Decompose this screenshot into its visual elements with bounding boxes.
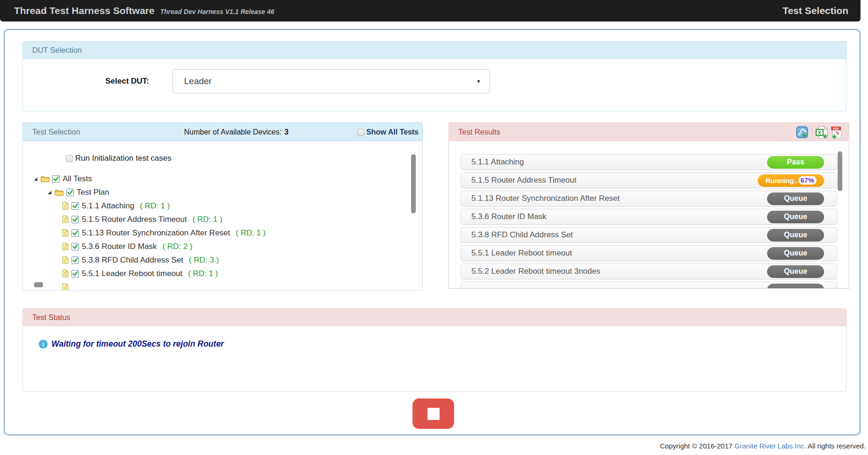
status-badge-queue: Queue	[767, 192, 824, 205]
document-icon	[62, 283, 69, 291]
result-row[interactable]: 5.1.1 Attaching Pass	[461, 154, 837, 170]
tree-item-rd: ( RD: 1 )	[140, 201, 170, 211]
status-badge-pass: Pass	[767, 156, 824, 169]
tree-item-rd: ( RD: 1 )	[236, 228, 266, 238]
tree-checkbox[interactable]	[71, 270, 79, 277]
tree-checkbox[interactable]	[52, 175, 60, 183]
stop-button[interactable]	[413, 398, 454, 429]
tree-item-label: 5.5.1 Leader Reboot timeout	[82, 269, 182, 278]
dut-selection-body: Select DUT: Leader ▼	[22, 59, 847, 111]
result-row[interactable]: 5.1.13 Router Synchronization After Rese…	[461, 191, 837, 206]
result-row[interactable]: 5.5.1 Leader Reboot timeout Queue	[461, 245, 837, 261]
document-icon	[62, 202, 69, 210]
test-tree: All Tests Test Plan 5.1.1 Attaching ( RD…	[23, 172, 422, 291]
document-icon	[62, 270, 69, 277]
progress-percent: 67%	[798, 176, 817, 185]
status-badge-queue	[767, 284, 824, 289]
status-badge-queue: Queue	[767, 265, 824, 278]
tree-checkbox[interactable]	[71, 202, 79, 210]
tree-item-rd: ( RD: 3 )	[189, 256, 219, 265]
tree-item[interactable]: 5.1.13 Router Synchronization After Rese…	[23, 226, 422, 240]
status-message: Waiting for timeout 200Secs to rejoin Ro…	[51, 339, 224, 349]
show-all-tests-label: Show All Tests	[366, 128, 419, 136]
tree-node-test-plan[interactable]: Test Plan	[23, 185, 422, 199]
tree-item[interactable]: 5.1.5 Router Address Timeout ( RD: 1 )	[23, 213, 422, 226]
vertical-scrollbar[interactable]	[838, 151, 842, 191]
tree-node-label: Test Plan	[77, 188, 109, 197]
info-icon: i	[39, 340, 48, 348]
tree-checkbox[interactable]	[71, 229, 79, 237]
granite-river-labs-link[interactable]: Granite River Labs Inc.	[734, 442, 806, 450]
dut-select[interactable]: Leader ▼	[172, 69, 490, 93]
status-badge-queue: Queue	[767, 229, 824, 242]
status-badge-running: Running.. 67%	[758, 174, 824, 187]
run-initialization-option[interactable]: Run Initialization test cases	[66, 152, 422, 164]
expand-caret-icon[interactable]	[47, 190, 52, 195]
test-selection-title: Test Selection	[32, 128, 80, 136]
tree-checkbox[interactable]	[71, 216, 79, 223]
test-status-title: Test Status	[32, 313, 71, 322]
result-row[interactable]: 5.3.8 RFD Child Address Set Queue	[461, 227, 837, 243]
horizontal-scrollbar[interactable]	[34, 282, 43, 287]
show-all-tests-toggle[interactable]: Show All Tests	[357, 123, 419, 142]
tree-item[interactable]: 5.5.1 Leader Reboot timeout ( RD: 1 )	[23, 267, 422, 280]
document-icon	[62, 229, 69, 237]
test-selection-panel: Test Selection Number of Available Devic…	[22, 122, 423, 291]
run-initialization-label: Run Initialization test cases	[75, 154, 171, 163]
folder-icon	[41, 175, 50, 182]
result-row[interactable]: 5.1.5 Router Address Timeout Running.. 6…	[461, 172, 837, 188]
test-results-panel: Test Results X	[448, 122, 849, 289]
result-row[interactable]: 5.3.6 Router ID Mask Queue	[461, 209, 837, 225]
expand-caret-icon[interactable]	[33, 177, 38, 181]
devices-count-text: Number of Available Devices: 3	[184, 123, 289, 142]
vertical-scrollbar[interactable]	[411, 154, 416, 213]
result-row[interactable]: 5.5.2 Leader Reboot timeout 3nodes Queue	[461, 263, 837, 279]
tree-checkbox[interactable]	[66, 189, 74, 196]
app-title-bar: Thread Test Harness Software Thread Dev …	[0, 0, 861, 21]
result-row-partial	[461, 282, 837, 289]
tree-item[interactable]: 5.3.6 Router ID Mask ( RD: 2 )	[23, 240, 422, 253]
tree-item[interactable]: 5.1.1 Attaching ( RD: 1 )	[23, 199, 422, 213]
tree-item-label: 5.1.5 Router Address Timeout	[82, 215, 187, 224]
tree-node-all-tests[interactable]: All Tests	[23, 172, 422, 185]
pdf-export-icon[interactable]: PDF	[831, 126, 843, 139]
tree-item-rd: ( RD: 1 )	[188, 269, 218, 278]
test-selection-body: Run Initialization test cases All Tests …	[22, 141, 423, 291]
app-version: Thread Dev Harness V1.1 Release 46	[160, 8, 274, 15]
select-dut-label: Select DUT:	[79, 77, 149, 86]
test-results-title: Test Results	[458, 128, 500, 136]
tree-checkbox[interactable]	[71, 243, 79, 250]
devices-count: 3	[285, 128, 289, 136]
dut-select-value: Leader	[184, 76, 212, 86]
chart-export-icon[interactable]	[796, 126, 809, 139]
status-message-line: i Waiting for timeout 200Secs to rejoin …	[39, 339, 224, 349]
tree-item-label: 5.1.13 Router Synchronization After Rese…	[82, 228, 230, 238]
export-toolbar: X PDF	[796, 123, 843, 142]
main-container: DUT Selection Select DUT: Leader ▼ Test …	[4, 29, 861, 435]
status-badge-queue: Queue	[767, 211, 824, 223]
show-all-tests-checkbox[interactable]	[357, 129, 364, 136]
status-badge-queue: Queue	[767, 247, 824, 260]
dut-selection-header: DUT Selection	[22, 41, 847, 59]
test-results-body: 5.1.1 Attaching Pass 5.1.5 Router Addres…	[448, 141, 849, 289]
tree-item-label: 5.1.1 Attaching	[82, 201, 134, 211]
tree-item[interactable]: 5.3.8 RFD Child Address Set ( RD: 3 )	[23, 253, 422, 267]
tree-item-partial	[23, 280, 422, 291]
excel-export-icon[interactable]: X	[816, 126, 828, 139]
dut-selection-title: DUT Selection	[32, 46, 82, 55]
test-selection-header: Test Selection Number of Available Devic…	[22, 122, 423, 141]
test-status-panel: Test Status i Waiting for timeout 200Sec…	[22, 308, 847, 391]
tree-checkbox[interactable]	[71, 256, 79, 264]
page-title: Test Selection	[783, 5, 848, 16]
run-initialization-checkbox[interactable]	[66, 155, 73, 162]
copyright-footer: Copyright © 2016-2017 Granite River Labs…	[660, 442, 866, 450]
toolbar-divider	[812, 127, 812, 138]
tree-item-label: 5.3.6 Router ID Mask	[82, 242, 157, 251]
document-icon	[62, 242, 69, 250]
app-title: Thread Test Harness Software	[14, 5, 155, 16]
document-icon	[62, 215, 69, 223]
tree-item-rd: ( RD: 1 )	[192, 215, 222, 224]
chevron-down-icon: ▼	[476, 78, 481, 84]
tree-item-rd: ( RD: 2 )	[163, 242, 192, 251]
svg-text:PDF: PDF	[833, 127, 839, 130]
